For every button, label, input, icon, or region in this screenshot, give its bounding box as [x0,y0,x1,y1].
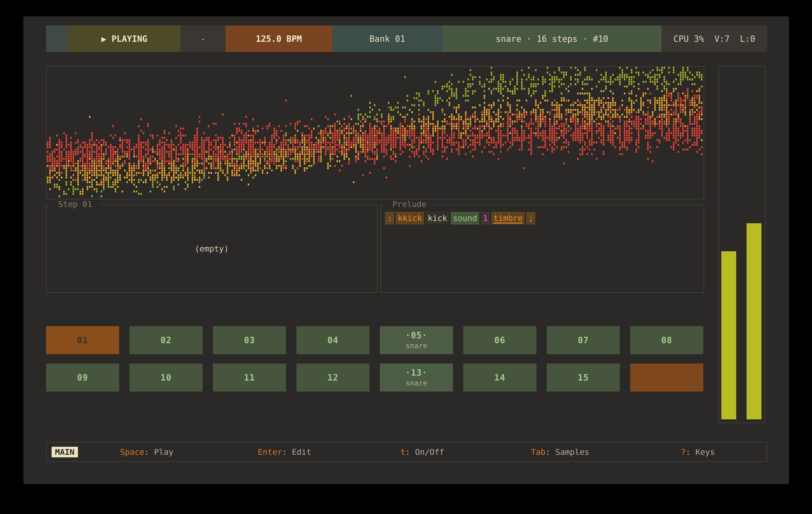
track-display: snare · 16 steps · #10 [442,26,662,52]
step-button-01[interactable]: 01 [46,326,119,354]
step-button-06[interactable]: 06 [463,326,536,354]
level-meter-bar-1 [721,251,736,419]
shortcut-label: : Play [144,447,173,457]
step-button-16[interactable] [630,364,703,392]
step-button-14[interactable]: 14 [463,364,536,392]
bank-display: Bank 01 [332,26,442,52]
code-token: kkick [396,212,424,224]
level-meter-bar-2 [747,223,761,419]
step-button-12[interactable]: 12 [296,364,370,392]
step-sample-label: snare [406,341,427,350]
step-button-11[interactable]: 11 [213,364,286,392]
step-button-10[interactable]: 10 [129,364,203,392]
step-button-05[interactable]: ·05·snare [380,326,453,354]
shortcut-enter: Enter: Edit [215,447,353,457]
shortcut-space: Space: Play [78,447,216,457]
prelude-code-line: :kkickkicksound1timbre; [385,212,537,224]
code-token: : [385,212,394,224]
shortcut-t: t: On/Off [353,447,491,457]
shortcut-key: Space [120,447,144,457]
step-number: 08 [661,335,672,345]
step-number: 10 [161,373,172,383]
step-button-08[interactable]: 08 [630,326,703,354]
transport-status: ▶ PLAYING [68,26,180,52]
system-stats: CPU 3% V:7 L:0 [662,26,767,52]
step-button-02[interactable]: 02 [129,326,203,354]
pattern-visualizer-canvas [47,67,704,199]
status-bar: MAIN Space: PlayEnter: Editt: On/OffTab:… [46,442,767,462]
step-button-13[interactable]: ·13·snare [380,364,453,392]
step-empty-text: (empty) [47,205,377,292]
level-meters-panel [719,66,765,423]
step-number: 12 [327,373,339,383]
step-number: 04 [327,335,339,345]
prelude-panel-title: Prelude [384,200,434,209]
shortcut-key: t [401,447,405,457]
shortcut-label: : Keys [686,447,715,457]
shortcut-key: ? [681,447,686,457]
pattern-visualizer-panel [46,66,704,199]
prelude-panel: Prelude :kkickkicksound1timbre; [380,205,704,293]
app-window: ▶ PLAYING-125.0 BPMBank 01snare · 16 ste… [23,16,789,484]
code-token: sound [451,212,479,224]
shortcut-label: : Edit [282,447,311,457]
step-number: 06 [494,335,505,345]
shortcut-label: : Samples [546,447,589,457]
step-number: 15 [578,373,589,383]
shortcut-help: ?: Keys [629,447,767,457]
ghost-text: ·· · ··· ···· · ·· ··· · ···· ·· [380,393,453,398]
code-token: timbre [491,212,525,224]
bpm-display: 125.0 BPM [226,26,332,52]
step-number: 02 [161,335,172,345]
step-button-07[interactable]: 07 [547,326,620,354]
step-number: 03 [244,335,255,345]
shortcut-label: : On/Off [405,447,444,457]
step-button-04[interactable]: 04 [296,326,370,354]
step-number: 14 [494,373,505,383]
step-sample-label: snare [406,379,427,387]
top-status-bar: ▶ PLAYING-125.0 BPMBank 01snare · 16 ste… [46,26,767,52]
step-detail-panel: Step 01 (empty) [46,205,377,293]
shortcut-key: Tab [531,447,546,457]
step-button-03[interactable]: 03 [213,326,286,354]
spacer-segment [46,26,68,52]
code-token: ; [526,212,535,224]
step-number: ·13· [405,368,428,377]
step-number: 07 [578,335,589,345]
step-number: 11 [244,373,255,383]
step-button-09[interactable]: 09 [46,364,119,392]
step-number: 01 [77,335,88,345]
step-number: 09 [77,373,88,383]
code-token: kick [426,212,449,224]
divider-segment: - [180,26,226,52]
step-button-15[interactable]: 15 [547,364,620,392]
shortcut-tab: Tab: Samples [491,447,629,457]
shortcut-hints: Space: PlayEnter: Editt: On/OffTab: Samp… [78,447,767,457]
mode-badge: MAIN [52,447,78,457]
step-number: ·05· [405,330,428,340]
code-token: 1 [481,212,490,224]
shortcut-key: Enter [258,447,282,457]
